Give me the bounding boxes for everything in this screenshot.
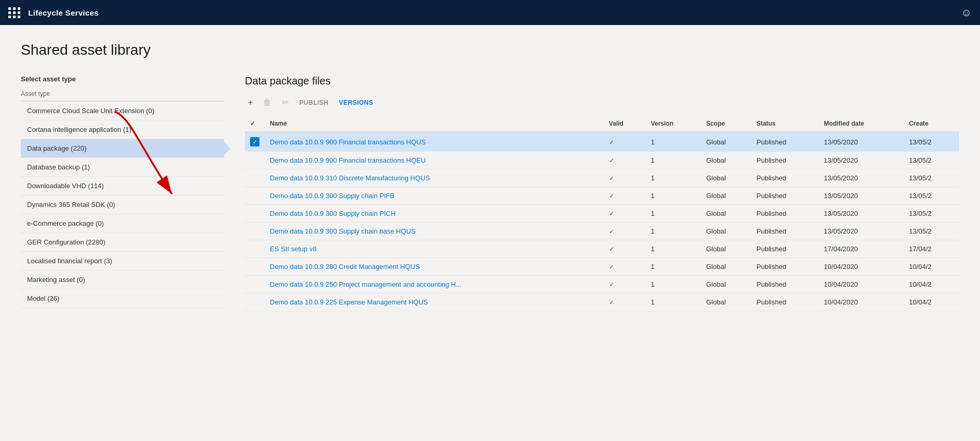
- row-valid: ✓: [604, 205, 646, 223]
- row-modified-date: 17/04/2020: [818, 240, 903, 258]
- row-valid: ✓: [604, 152, 646, 169]
- row-version: 1: [646, 169, 701, 187]
- row-valid: ✓: [604, 293, 646, 311]
- row-modified-date: 13/05/2020: [818, 152, 903, 169]
- asset-type-item[interactable]: Dynamics 365 Retail SDK (0): [21, 195, 224, 214]
- row-name[interactable]: Demo data 10.0.9 300 Supply chain PIFB: [265, 187, 604, 205]
- row-valid: ✓: [604, 132, 646, 152]
- row-checkbox[interactable]: [245, 276, 265, 293]
- publish-button[interactable]: PUBLISH: [296, 97, 331, 108]
- row-version: 1: [646, 187, 701, 205]
- row-status: Published: [751, 276, 818, 293]
- row-modified-date: 13/05/2020: [818, 187, 903, 205]
- table-row[interactable]: Demo data 10.0.9 250 Project management …: [245, 276, 959, 293]
- row-name[interactable]: Demo data 10.0.9 300 Supply chain base H…: [265, 223, 604, 240]
- table-row[interactable]: Demo data 10.0.9 310 Discrete Manufactur…: [245, 169, 959, 187]
- table-row[interactable]: Demo data 10.0.9 300 Supply chain PICH✓1…: [245, 205, 959, 223]
- package-name-link[interactable]: Demo data 10.0.9 900 Financial transacti…: [270, 156, 426, 164]
- table-row[interactable]: Demo data 10.0.9 280 Credit Management H…: [245, 258, 959, 276]
- page-title: Shared asset library: [21, 42, 959, 58]
- row-name[interactable]: Demo data 10.0.9 900 Financial transacti…: [265, 152, 604, 169]
- asset-type-item[interactable]: e-Commerce package (0): [21, 214, 224, 233]
- add-button[interactable]: +: [245, 96, 256, 109]
- row-created-date: 10/04/2: [904, 258, 959, 276]
- row-name[interactable]: Demo data 10.0.9 280 Credit Management H…: [265, 258, 604, 276]
- package-name-link[interactable]: Demo data 10.0.9 300 Supply chain base H…: [270, 227, 416, 235]
- valid-check-icon: ✓: [609, 210, 614, 217]
- main-content: Shared asset library Select asset type A…: [0, 25, 980, 441]
- row-name[interactable]: Demo data 10.0.9 300 Supply chain PICH: [265, 205, 604, 223]
- row-name[interactable]: Demo data 10.0.9 250 Project management …: [265, 276, 604, 293]
- row-checkbox[interactable]: [245, 187, 265, 205]
- table-row[interactable]: Demo data 10.0.9 300 Supply chain PIFB✓1…: [245, 187, 959, 205]
- edit-button[interactable]: ✏: [279, 95, 292, 109]
- row-checkbox[interactable]: [245, 223, 265, 240]
- package-name-link[interactable]: Demo data 10.0.9 900 Financial transacti…: [270, 138, 426, 146]
- row-checkbox[interactable]: [245, 152, 265, 169]
- col-header-modified: Modified date: [818, 116, 903, 132]
- row-valid: ✓: [604, 276, 646, 293]
- versions-button[interactable]: VERSIONS: [336, 97, 377, 108]
- package-name-link[interactable]: Demo data 10.0.9 310 Discrete Manufactur…: [270, 174, 430, 182]
- asset-type-item[interactable]: Marketing asset (0): [21, 271, 224, 289]
- row-checkbox[interactable]: [245, 205, 265, 223]
- row-checkbox[interactable]: [245, 293, 265, 311]
- package-name-link[interactable]: Demo data 10.0.9 300 Supply chain PIFB: [270, 192, 394, 200]
- row-name[interactable]: Demo data 10.0.9 225 Expense Management …: [265, 293, 604, 311]
- table-row[interactable]: Demo data 10.0.9 900 Financial transacti…: [245, 152, 959, 169]
- app-grid-icon[interactable]: [8, 7, 21, 18]
- asset-type-item[interactable]: Commerce Cloud Scale Unit Extension (0): [21, 102, 224, 120]
- valid-check-icon: ✓: [609, 263, 614, 271]
- row-checkbox[interactable]: [245, 240, 265, 258]
- asset-type-item[interactable]: Localised financial report (3): [21, 252, 224, 271]
- row-valid: ✓: [604, 240, 646, 258]
- two-panel-layout: Select asset type Asset type Commerce Cl…: [21, 75, 959, 311]
- row-valid: ✓: [604, 187, 646, 205]
- table-row[interactable]: ✓Demo data 10.0.9 900 Financial transact…: [245, 132, 959, 152]
- row-created-date: 13/05/2: [904, 169, 959, 187]
- row-modified-date: 10/04/2020: [818, 276, 903, 293]
- row-created-date: 10/04/2: [904, 276, 959, 293]
- row-created-date: 13/05/2: [904, 223, 959, 240]
- select-asset-type-heading: Select asset type: [21, 75, 224, 83]
- data-package-files-title: Data package files: [245, 75, 959, 87]
- app-title: Lifecycle Services: [28, 8, 99, 17]
- package-name-link[interactable]: Demo data 10.0.9 280 Credit Management H…: [270, 263, 420, 271]
- row-checkbox[interactable]: ✓: [245, 132, 265, 152]
- col-header-created: Create: [904, 116, 959, 132]
- asset-type-item-selected[interactable]: Data package (220): [21, 139, 224, 158]
- col-header-status: Status: [751, 116, 818, 132]
- package-name-link[interactable]: Demo data 10.0.9 225 Expense Management …: [270, 298, 428, 306]
- row-name[interactable]: ES SII setup v8: [265, 240, 604, 258]
- asset-type-item[interactable]: Model (26): [21, 289, 224, 308]
- row-modified-date: 13/05/2020: [818, 169, 903, 187]
- delete-button[interactable]: 🗑: [260, 96, 275, 109]
- col-header-check: ✓: [245, 116, 265, 132]
- toolbar: + 🗑 ✏ PUBLISH VERSIONS: [245, 95, 959, 109]
- row-name[interactable]: Demo data 10.0.9 310 Discrete Manufactur…: [265, 169, 604, 187]
- row-version: 1: [646, 205, 701, 223]
- asset-type-item[interactable]: GER Configuration (2280): [21, 233, 224, 252]
- table-row[interactable]: Demo data 10.0.9 300 Supply chain base H…: [245, 223, 959, 240]
- package-name-link[interactable]: ES SII setup v8: [270, 245, 317, 253]
- package-name-link[interactable]: Demo data 10.0.9 300 Supply chain PICH: [270, 210, 395, 217]
- col-header-valid: Valid: [604, 116, 646, 132]
- user-icon[interactable]: ☺: [961, 7, 972, 19]
- package-name-link[interactable]: Demo data 10.0.9 250 Project management …: [270, 280, 462, 288]
- col-header-version: Version: [646, 116, 701, 132]
- asset-type-item[interactable]: Downloadable VHD (114): [21, 177, 224, 195]
- asset-type-column-label: Asset type: [21, 87, 224, 101]
- row-status: Published: [751, 258, 818, 276]
- row-status: Published: [751, 187, 818, 205]
- row-version: 1: [646, 223, 701, 240]
- row-scope: Global: [701, 276, 751, 293]
- row-checkbox[interactable]: [245, 258, 265, 276]
- row-status: Published: [751, 205, 818, 223]
- table-row[interactable]: ES SII setup v8✓1GlobalPublished17/04/20…: [245, 240, 959, 258]
- asset-type-item[interactable]: Cortana intelligence application (1): [21, 120, 224, 139]
- row-checkbox[interactable]: [245, 169, 265, 187]
- col-header-scope: Scope: [701, 116, 751, 132]
- table-row[interactable]: Demo data 10.0.9 225 Expense Management …: [245, 293, 959, 311]
- asset-type-item[interactable]: Database backup (1): [21, 158, 224, 177]
- row-name[interactable]: Demo data 10.0.9 900 Financial transacti…: [265, 132, 604, 152]
